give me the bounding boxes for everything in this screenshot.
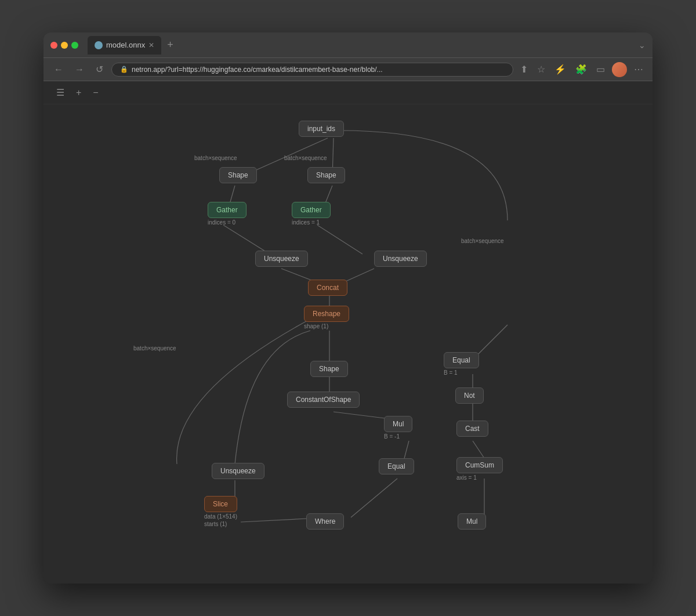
zoom-out-button[interactable]: − [89, 85, 102, 100]
active-tab[interactable]: model.onnx ✕ [88, 36, 161, 55]
graph-area[interactable]: batch×sequence batch×sequence batch×sequ… [44, 104, 652, 584]
node-shape1[interactable]: Shape [219, 167, 257, 183]
equal1-label: B = 1 [444, 369, 479, 376]
share-button[interactable]: ⬆ [518, 61, 530, 77]
node-unsqueeze3[interactable]: Unsqueeze [212, 463, 264, 479]
gather2-box[interactable]: Gather [292, 202, 331, 218]
node-shape3[interactable]: Shape [310, 361, 348, 377]
shape1-box[interactable]: Shape [219, 167, 257, 183]
cumsum-box[interactable]: CumSum [456, 457, 503, 473]
forward-button[interactable]: → [71, 62, 88, 77]
mul2-box[interactable]: Mul [458, 513, 486, 530]
maximize-button[interactable] [71, 42, 78, 49]
svg-line-14 [473, 441, 484, 458]
close-button[interactable] [50, 42, 57, 49]
node-gather1[interactable]: Gather indices = 0 [208, 202, 246, 226]
svg-line-20 [241, 519, 307, 522]
edge-label-batchseq2: batch×sequence [284, 155, 327, 161]
node-cast[interactable]: Cast [456, 421, 488, 437]
not-box[interactable]: Not [455, 387, 484, 404]
graph-canvas: batch×sequence batch×sequence batch×sequ… [44, 104, 652, 584]
bookmark-button[interactable]: ☆ [535, 61, 548, 77]
chevron-down-icon[interactable]: ⌄ [639, 41, 646, 50]
tab-bar: model.onnx ✕ + [88, 36, 634, 55]
lock-icon: 🔒 [120, 66, 128, 73]
address-bar[interactable]: 🔒 netron.app/?url=https://huggingface.co… [111, 63, 513, 77]
edge-label-batchseq4: batch×sequence [133, 345, 176, 352]
constantofshape-box[interactable]: ConstantOfShape [287, 392, 360, 408]
node-mul1[interactable]: Mul B = -1 [384, 416, 412, 440]
unsqueeze1-box[interactable]: Unsqueeze [255, 251, 308, 267]
tab-favicon [95, 41, 103, 49]
svg-line-5 [317, 225, 362, 254]
svg-line-4 [223, 225, 270, 254]
node-slice[interactable]: Slice data (1×514) starts (1) [204, 496, 237, 527]
puzzle-button[interactable]: 🧩 [573, 61, 589, 77]
mul1-label: B = -1 [384, 433, 412, 440]
unsqueeze3-box[interactable]: Unsqueeze [212, 463, 264, 479]
gather2-label: indices = 1 [292, 219, 331, 226]
where-box[interactable]: Where [306, 513, 344, 530]
new-tab-button[interactable]: + [164, 39, 177, 51]
url-text: netron.app/?url=https://huggingface.co/c… [132, 66, 383, 74]
toolbar: ☰ + − [44, 81, 652, 104]
node-where[interactable]: Where [306, 513, 344, 530]
node-shape2[interactable]: Shape [307, 167, 345, 183]
cumsum-label: axis = 1 [456, 474, 503, 481]
mul1-box[interactable]: Mul [384, 416, 412, 432]
refresh-button[interactable]: ↺ [92, 61, 107, 77]
nav-bar: ← → ↺ 🔒 netron.app/?url=https://huggingf… [44, 58, 652, 81]
cast-box[interactable]: Cast [456, 421, 488, 437]
title-bar: model.onnx ✕ + ⌄ [44, 32, 652, 58]
extensions-button[interactable]: ⚡ [552, 61, 568, 77]
browser-window: model.onnx ✕ + ⌄ ← → ↺ 🔒 netron.app/?url… [44, 32, 652, 584]
equal1-box[interactable]: Equal [444, 352, 479, 368]
node-cumsum[interactable]: CumSum axis = 1 [456, 457, 503, 481]
svg-line-11 [476, 325, 507, 357]
reshape-box[interactable]: Reshape [304, 306, 349, 322]
svg-line-17 [351, 479, 397, 517]
back-button[interactable]: ← [50, 62, 67, 77]
tab-close-button[interactable]: ✕ [148, 41, 154, 49]
node-constantofshape[interactable]: ConstantOfShape [287, 392, 360, 408]
equal2-box[interactable]: Equal [379, 458, 414, 474]
node-input-ids[interactable]: input_ids [299, 121, 344, 137]
nav-actions: ⬆ ☆ ⚡ 🧩 ▭ ⋯ [518, 61, 646, 77]
avatar[interactable] [612, 62, 627, 77]
shape2-box[interactable]: Shape [307, 167, 345, 183]
gather1-label: indices = 0 [208, 219, 246, 226]
node-unsqueeze2[interactable]: Unsqueeze [374, 251, 427, 267]
edge-label-batchseq1: batch×sequence [194, 155, 237, 161]
concat-box[interactable]: Concat [308, 280, 347, 296]
edge-label-batchseq3: batch×sequence [461, 238, 504, 244]
properties-button[interactable]: ☰ [53, 85, 68, 100]
sidebar-button[interactable]: ▭ [594, 61, 607, 77]
node-unsqueeze1[interactable]: Unsqueeze [255, 251, 308, 267]
unsqueeze2-box[interactable]: Unsqueeze [374, 251, 427, 267]
node-reshape[interactable]: Reshape shape (1) [304, 306, 349, 329]
node-concat[interactable]: Concat [308, 280, 347, 296]
input-ids-box[interactable]: input_ids [299, 121, 344, 137]
traffic-lights [50, 42, 78, 49]
node-equal2[interactable]: Equal [379, 458, 414, 474]
node-gather2[interactable]: Gather indices = 1 [292, 202, 331, 226]
tab-title: model.onnx [106, 41, 145, 49]
menu-button[interactable]: ⋯ [632, 61, 646, 77]
shape3-box[interactable]: Shape [310, 361, 348, 377]
node-not[interactable]: Not [455, 387, 484, 404]
node-mul2[interactable]: Mul [458, 513, 486, 530]
gather1-box[interactable]: Gather [208, 202, 246, 218]
slice-box[interactable]: Slice [204, 496, 237, 512]
zoom-in-button[interactable]: + [72, 85, 85, 100]
reshape-label: shape (1) [304, 323, 349, 329]
node-equal1[interactable]: Equal B = 1 [444, 352, 479, 376]
slice-label-data: data (1×514) [204, 513, 237, 520]
slice-label-starts: starts (1) [204, 521, 237, 527]
graph-edges-svg [44, 104, 652, 584]
minimize-button[interactable] [61, 42, 68, 49]
